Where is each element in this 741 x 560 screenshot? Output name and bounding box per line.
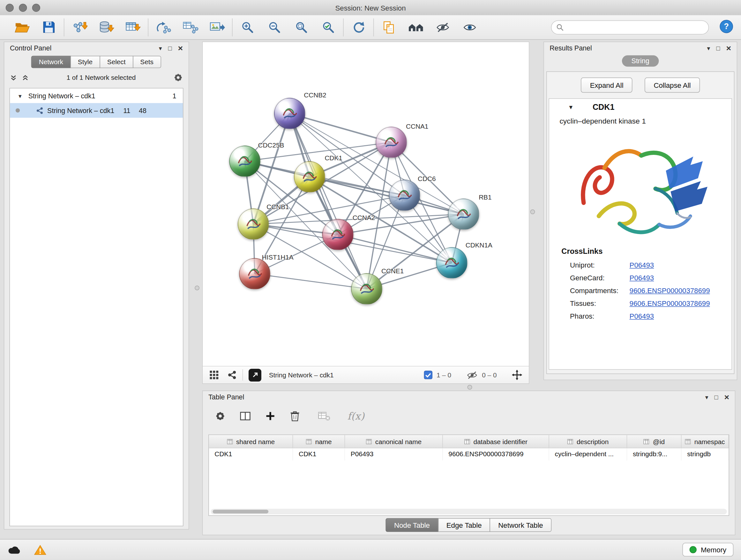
scrollbar-thumb[interactable] [212, 509, 268, 513]
splitter-handle[interactable] [195, 286, 199, 290]
tab-select[interactable]: Select [99, 56, 133, 68]
tab-string[interactable]: String [622, 55, 659, 67]
network-edge[interactable] [290, 113, 367, 289]
expand-all-tree-icon[interactable] [22, 74, 29, 81]
column-header-description[interactable]: description [549, 435, 627, 448]
hide-selected-button[interactable] [429, 17, 456, 38]
import-network-from-file-button[interactable] [66, 17, 92, 38]
network-canvas[interactable]: CCNB2CCNA1CDC25BCDK1CDC6RB1CCNB1CCNA2CDK… [203, 42, 529, 366]
network-node-ccna2[interactable] [322, 219, 354, 250]
search-input[interactable] [567, 23, 704, 32]
network-node-rb1[interactable] [448, 199, 479, 230]
float-window-icon[interactable]: □ [715, 394, 718, 400]
panel-menu-icon[interactable]: ▾ [705, 394, 709, 400]
collapse-all-button[interactable]: Collapse All [645, 78, 699, 92]
network-options-gear-icon[interactable] [173, 73, 183, 82]
zoom-selected-button[interactable] [315, 17, 341, 38]
column-header-database-identifier[interactable]: database identifier [443, 435, 549, 448]
hidden-eye-slash-icon[interactable] [466, 370, 478, 379]
crosslink-link[interactable]: 9606.ENSP00000378699 [630, 287, 710, 294]
crosslink-link[interactable]: P06493 [630, 312, 654, 320]
import-table-from-file-button[interactable] [120, 17, 146, 38]
crosslink-link[interactable]: 9606.ENSP00000378699 [630, 299, 710, 307]
table-settings-gear-icon[interactable] [215, 411, 226, 422]
column-header--id[interactable]: @id [627, 435, 681, 448]
close-icon[interactable]: × [724, 393, 729, 401]
tab-edge-table[interactable]: Edge Table [438, 518, 490, 532]
tab-sets[interactable]: Sets [133, 56, 161, 68]
crosslink-row: Tissues:9606.ENSP00000378699 [549, 297, 732, 310]
collapse-all-tree-icon[interactable] [10, 74, 17, 81]
tree-row-network-collection[interactable]: ▼ String Network – cdk1 1 [10, 88, 183, 103]
network-node-cdk1[interactable] [294, 161, 325, 192]
gene-section-header[interactable]: ▼ CDK1 [549, 99, 732, 116]
tab-network[interactable]: Network [31, 56, 71, 68]
show-columns-icon[interactable] [240, 411, 251, 422]
network-node-cdc25b[interactable] [229, 145, 260, 177]
selected-checkbox-icon[interactable] [424, 371, 432, 379]
zoom-out-button[interactable] [261, 17, 287, 38]
close-window-button[interactable] [6, 4, 14, 12]
delete-column-trash-icon[interactable] [290, 410, 300, 422]
grid-view-icon[interactable] [209, 370, 219, 380]
minimize-window-button[interactable] [19, 4, 27, 12]
show-selected-button[interactable] [456, 17, 483, 38]
zoom-fit-button[interactable] [288, 17, 315, 38]
panel-menu-icon[interactable]: ▾ [159, 45, 162, 51]
save-session-button[interactable] [36, 17, 62, 38]
expand-all-button[interactable]: Expand All [581, 78, 632, 92]
network-node-ccnb1[interactable] [238, 208, 269, 240]
network-node-cdc6[interactable] [389, 180, 420, 211]
warning-icon[interactable] [34, 544, 47, 555]
table-row[interactable]: CDK1CDK1P064939606.ENSP00000378699cyclin… [209, 448, 729, 461]
network-edge[interactable] [255, 273, 367, 289]
column-header-name[interactable]: name [293, 435, 345, 448]
close-icon[interactable]: × [726, 44, 731, 53]
string-app-icon[interactable] [227, 370, 237, 380]
tab-style[interactable]: Style [70, 56, 100, 68]
splitter-handle[interactable] [530, 209, 535, 214]
search-box[interactable] [551, 20, 709, 34]
network-node-ccna1[interactable] [376, 127, 407, 158]
splitter-handle[interactable] [468, 385, 472, 389]
tab-network-table[interactable]: Network Table [490, 518, 552, 532]
memory-button[interactable]: Memory [682, 543, 733, 557]
copy-document-button[interactable] [375, 17, 402, 38]
import-table-icon [125, 20, 141, 34]
column-header-canonical-name[interactable]: canonical name [345, 435, 443, 448]
add-column-plus-icon[interactable] [265, 411, 276, 422]
horizontal-scrollbar[interactable] [211, 509, 727, 514]
hidden-counter: 0 – 0 [482, 371, 496, 379]
cloud-icon[interactable] [8, 545, 22, 555]
network-node-ccne1[interactable] [351, 273, 382, 305]
tab-node-table[interactable]: Node Table [386, 518, 438, 532]
network-node-ccnb2[interactable] [274, 98, 306, 129]
network-node-cdkn1a[interactable] [436, 247, 468, 279]
refresh-view-button[interactable] [345, 17, 372, 38]
new-network-from-table-button[interactable] [177, 17, 204, 38]
import-network-from-database-button[interactable] [92, 17, 119, 38]
help-button[interactable]: ? [719, 19, 733, 35]
tree-row-network-selected[interactable]: String Network – cdk1 11 48 [10, 103, 183, 118]
results-panel: Results Panel ▾ □ × String Expand All Co… [543, 42, 737, 380]
pan-crosshair-icon[interactable] [512, 370, 522, 380]
network-node-hist1h1a[interactable] [239, 258, 270, 290]
zoom-window-button[interactable] [32, 4, 40, 12]
close-icon[interactable]: × [178, 44, 183, 53]
export-image-button[interactable] [204, 17, 230, 38]
collapse-triangle-icon[interactable]: ▼ [568, 104, 574, 111]
open-session-button[interactable] [9, 17, 36, 38]
float-window-icon[interactable]: □ [716, 45, 720, 51]
new-network-from-selection-button[interactable] [150, 17, 177, 38]
panel-menu-icon[interactable]: ▾ [707, 45, 711, 51]
column-header-shared-name[interactable]: shared name [209, 435, 293, 448]
birds-eye-view-button[interactable] [249, 368, 261, 381]
crosslink-link[interactable]: P06493 [630, 261, 654, 269]
column-header-namespac[interactable]: namespac [681, 435, 729, 448]
float-window-icon[interactable]: □ [168, 45, 172, 51]
zoom-in-button[interactable] [234, 17, 261, 38]
crosslink-link[interactable]: P06493 [630, 273, 654, 282]
network-view: CCNB2CCNA1CDC25BCDK1CDC6RB1CCNB1CCNA2CDK… [202, 42, 529, 384]
show-all-views-button[interactable] [402, 17, 429, 38]
expander-icon[interactable]: ▼ [17, 93, 23, 99]
